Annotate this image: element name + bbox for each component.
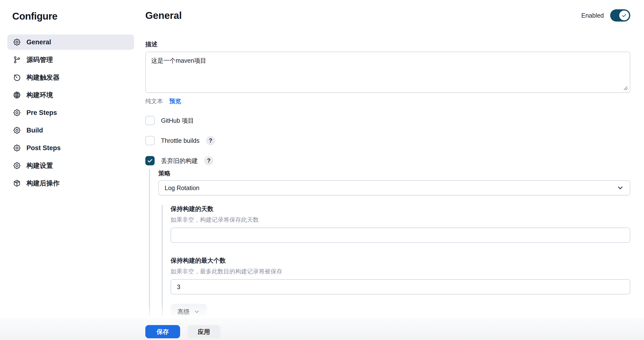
sidebar-title: Configure bbox=[12, 11, 145, 22]
git-branch-icon bbox=[13, 56, 21, 64]
plain-text-label: 纯文本 bbox=[145, 97, 163, 105]
strategy-select-value: Log Rotation bbox=[165, 184, 200, 192]
gear-icon bbox=[13, 108, 21, 117]
package-icon bbox=[13, 179, 21, 187]
days-to-keep-input[interactable] bbox=[170, 228, 630, 243]
description-mode-row: 纯文本 预览 bbox=[145, 97, 630, 105]
sidebar-item-build-env[interactable]: 构建环境 bbox=[7, 87, 134, 103]
check-icon bbox=[147, 157, 153, 164]
throttle-builds-label: Throttle builds bbox=[161, 137, 200, 144]
discard-old-builds-row: 丢弃旧的构建 ? bbox=[145, 156, 630, 165]
gear-icon bbox=[13, 144, 21, 152]
sidebar-item-label: 构建环境 bbox=[26, 91, 53, 99]
footer-bar: 保存 应用 bbox=[0, 319, 644, 340]
enabled-control: Enabled bbox=[581, 9, 630, 21]
chevron-down-icon bbox=[194, 309, 200, 315]
discard-old-builds-section: 策略 Log Rotation 保持构建的天数 如果非空，构建记录将保存此天数 … bbox=[149, 169, 630, 320]
sidebar-item-label: Pre Steps bbox=[26, 109, 57, 117]
sidebar-item-label: 构建设置 bbox=[26, 161, 53, 170]
preview-link[interactable]: 预览 bbox=[169, 97, 181, 105]
chevron-down-icon bbox=[616, 184, 624, 192]
throttle-builds-row: Throttle builds ? bbox=[145, 136, 630, 145]
strategy-label: 策略 bbox=[158, 169, 630, 177]
stopwatch-icon bbox=[13, 73, 21, 82]
days-to-keep-hint: 如果非空，构建记录将保存此天数 bbox=[170, 216, 630, 224]
description-field-wrap: 这是一个maven项目 bbox=[145, 52, 630, 93]
sidebar-item-post-steps[interactable]: Post Steps bbox=[7, 140, 134, 156]
strategy-select[interactable]: Log Rotation bbox=[158, 180, 630, 195]
sidebar-item-scm[interactable]: 源码管理 bbox=[7, 52, 134, 67]
sidebar-item-build-triggers[interactable]: 构建触发器 bbox=[7, 70, 134, 85]
sidebar-item-label: Build bbox=[26, 127, 43, 134]
sidebar-item-build[interactable]: Build bbox=[7, 123, 134, 138]
sidebar-item-label: Post Steps bbox=[26, 144, 61, 152]
check-icon bbox=[621, 12, 627, 18]
gear-icon bbox=[13, 161, 21, 170]
discard-help-button[interactable]: ? bbox=[204, 156, 214, 165]
sidebar-item-label: General bbox=[26, 38, 51, 46]
sidebar-item-post-build[interactable]: 构建后操作 bbox=[7, 176, 134, 191]
discard-old-builds-checkbox[interactable] bbox=[145, 156, 155, 165]
max-builds-hint: 如果非空，最多此数目的构建记录将被保存 bbox=[170, 268, 630, 275]
panel-header: General Enabled bbox=[145, 9, 630, 21]
gear-icon bbox=[13, 126, 21, 134]
github-project-row: GitHub 项目 bbox=[145, 116, 630, 125]
advanced-button-label: 高级 bbox=[178, 308, 190, 316]
description-label: 描述 bbox=[145, 40, 630, 48]
globe-icon bbox=[13, 91, 21, 99]
page-title: General bbox=[145, 10, 182, 21]
sidebar-item-build-settings[interactable]: 构建设置 bbox=[7, 158, 134, 173]
general-panel: General Enabled 描述 这是一个maven项目 纯文本 预览 Gi… bbox=[145, 0, 644, 340]
enabled-toggle[interactable] bbox=[610, 9, 630, 21]
apply-button[interactable]: 应用 bbox=[188, 325, 220, 338]
advanced-button[interactable]: 高级 bbox=[170, 304, 207, 320]
sidebar-item-general[interactable]: General bbox=[7, 34, 134, 50]
github-project-label: GitHub 项目 bbox=[161, 117, 194, 125]
configure-sidebar: Configure General源码管理构建触发器构建环境Pre StepsB… bbox=[0, 0, 145, 340]
save-button[interactable]: 保存 bbox=[145, 325, 180, 338]
max-builds-input[interactable] bbox=[170, 279, 630, 295]
sidebar-item-pre-steps[interactable]: Pre Steps bbox=[7, 105, 134, 120]
max-builds-label: 保持构建的最大个数 bbox=[170, 257, 630, 265]
toggle-knob bbox=[619, 10, 629, 20]
sidebar-item-label: 源码管理 bbox=[26, 55, 53, 64]
discard-old-builds-label: 丢弃旧的构建 bbox=[161, 157, 198, 165]
throttle-builds-checkbox[interactable] bbox=[145, 136, 155, 145]
github-project-checkbox[interactable] bbox=[145, 116, 155, 125]
days-to-keep-label: 保持构建的天数 bbox=[170, 205, 630, 213]
gear-icon bbox=[13, 38, 21, 46]
log-rotation-options: 保持构建的天数 如果非空，构建记录将保存此天数 保持构建的最大个数 如果非空，最… bbox=[162, 205, 630, 320]
throttle-help-button[interactable]: ? bbox=[206, 136, 215, 145]
sidebar-item-label: 构建后操作 bbox=[26, 179, 60, 188]
enabled-label: Enabled bbox=[581, 12, 604, 19]
sidebar-item-label: 构建触发器 bbox=[26, 73, 60, 82]
description-textarea[interactable]: 这是一个maven项目 bbox=[145, 52, 630, 93]
sidebar-nav: General源码管理构建触发器构建环境Pre StepsBuildPost S… bbox=[7, 34, 134, 191]
